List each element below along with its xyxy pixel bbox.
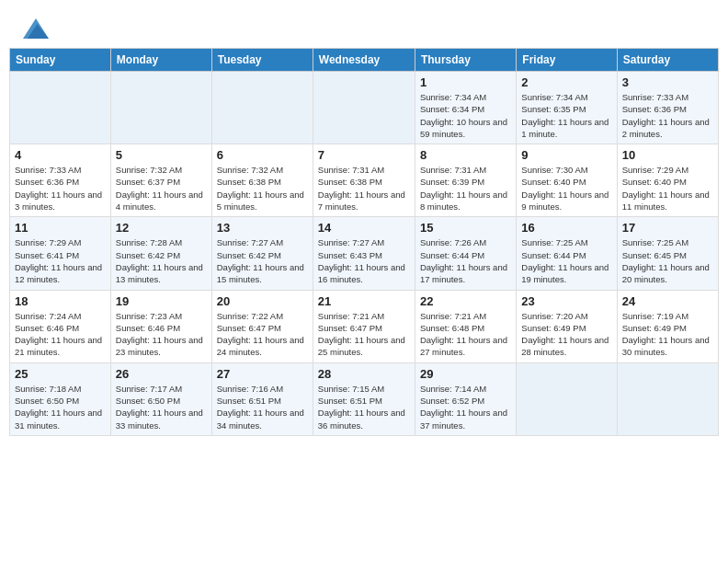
calendar-day-cell: 12Sunrise: 7:28 AMSunset: 6:42 PMDayligh… bbox=[110, 217, 211, 290]
day-info: Sunrise: 7:32 AMSunset: 6:37 PMDaylight:… bbox=[116, 164, 207, 213]
calendar-day-cell: 3Sunrise: 7:33 AMSunset: 6:36 PMDaylight… bbox=[617, 72, 718, 144]
day-info: Sunrise: 7:19 AMSunset: 6:49 PMDaylight:… bbox=[622, 310, 713, 359]
logo-icon bbox=[23, 18, 49, 39]
day-number: 13 bbox=[217, 221, 308, 235]
day-number: 1 bbox=[420, 75, 511, 89]
calendar-day-cell bbox=[10, 72, 111, 144]
day-info: Sunrise: 7:21 AMSunset: 6:47 PMDaylight:… bbox=[318, 310, 410, 359]
day-number: 7 bbox=[318, 148, 410, 162]
calendar-day-cell: 14Sunrise: 7:27 AMSunset: 6:43 PMDayligh… bbox=[313, 217, 415, 290]
calendar-day-cell bbox=[517, 362, 617, 435]
day-info: Sunrise: 7:27 AMSunset: 6:42 PMDaylight:… bbox=[217, 236, 308, 285]
calendar-table: SundayMondayTuesdayWednesdayThursdayFrid… bbox=[9, 48, 719, 436]
calendar-day-cell: 29Sunrise: 7:14 AMSunset: 6:52 PMDayligh… bbox=[415, 362, 516, 435]
day-number: 10 bbox=[622, 148, 713, 162]
day-info: Sunrise: 7:27 AMSunset: 6:43 PMDaylight:… bbox=[318, 236, 410, 285]
day-number: 19 bbox=[116, 294, 207, 308]
calendar-day-cell: 26Sunrise: 7:17 AMSunset: 6:50 PMDayligh… bbox=[110, 362, 211, 435]
calendar-week-row: 4Sunrise: 7:33 AMSunset: 6:36 PMDaylight… bbox=[10, 144, 719, 217]
calendar-day-cell: 1Sunrise: 7:34 AMSunset: 6:34 PMDaylight… bbox=[415, 72, 516, 144]
day-number: 2 bbox=[521, 75, 611, 89]
day-number: 6 bbox=[217, 148, 308, 162]
calendar-day-cell: 22Sunrise: 7:21 AMSunset: 6:48 PMDayligh… bbox=[415, 290, 516, 362]
day-number: 25 bbox=[15, 367, 106, 381]
calendar-day-cell bbox=[211, 72, 313, 144]
day-info: Sunrise: 7:14 AMSunset: 6:52 PMDaylight:… bbox=[420, 383, 511, 431]
day-info: Sunrise: 7:32 AMSunset: 6:38 PMDaylight:… bbox=[217, 164, 308, 213]
weekday-header-tuesday: Tuesday bbox=[211, 49, 313, 72]
day-info: Sunrise: 7:15 AMSunset: 6:51 PMDaylight:… bbox=[318, 383, 410, 431]
day-number: 21 bbox=[318, 294, 410, 308]
weekday-header-thursday: Thursday bbox=[415, 49, 516, 72]
day-number: 16 bbox=[521, 221, 611, 235]
calendar-week-row: 11Sunrise: 7:29 AMSunset: 6:41 PMDayligh… bbox=[10, 217, 719, 290]
day-number: 18 bbox=[15, 294, 106, 308]
day-info: Sunrise: 7:22 AMSunset: 6:47 PMDaylight:… bbox=[217, 310, 308, 359]
calendar-day-cell: 11Sunrise: 7:29 AMSunset: 6:41 PMDayligh… bbox=[10, 217, 111, 290]
calendar-day-cell: 15Sunrise: 7:26 AMSunset: 6:44 PMDayligh… bbox=[415, 217, 516, 290]
calendar-day-cell: 27Sunrise: 7:16 AMSunset: 6:51 PMDayligh… bbox=[211, 362, 313, 435]
weekday-header-saturday: Saturday bbox=[617, 49, 718, 72]
calendar-day-cell bbox=[313, 72, 415, 144]
day-number: 15 bbox=[420, 221, 511, 235]
calendar-day-cell: 24Sunrise: 7:19 AMSunset: 6:49 PMDayligh… bbox=[617, 290, 718, 362]
calendar-day-cell: 10Sunrise: 7:29 AMSunset: 6:40 PMDayligh… bbox=[617, 144, 718, 217]
day-info: Sunrise: 7:31 AMSunset: 6:39 PMDaylight:… bbox=[420, 164, 511, 213]
calendar-day-cell: 21Sunrise: 7:21 AMSunset: 6:47 PMDayligh… bbox=[313, 290, 415, 362]
day-info: Sunrise: 7:30 AMSunset: 6:40 PMDaylight:… bbox=[521, 164, 611, 213]
day-info: Sunrise: 7:31 AMSunset: 6:38 PMDaylight:… bbox=[318, 164, 410, 213]
calendar-day-cell: 20Sunrise: 7:22 AMSunset: 6:47 PMDayligh… bbox=[211, 290, 313, 362]
calendar-day-cell: 8Sunrise: 7:31 AMSunset: 6:39 PMDaylight… bbox=[415, 144, 516, 217]
day-number: 12 bbox=[116, 221, 207, 235]
day-number: 28 bbox=[318, 367, 410, 381]
page-header bbox=[9, 9, 719, 43]
calendar-week-row: 25Sunrise: 7:18 AMSunset: 6:50 PMDayligh… bbox=[10, 362, 719, 435]
day-info: Sunrise: 7:24 AMSunset: 6:46 PMDaylight:… bbox=[15, 310, 106, 359]
day-info: Sunrise: 7:16 AMSunset: 6:51 PMDaylight:… bbox=[217, 383, 308, 431]
day-number: 17 bbox=[622, 221, 713, 235]
day-number: 23 bbox=[521, 294, 611, 308]
day-number: 26 bbox=[116, 367, 207, 381]
day-number: 14 bbox=[318, 221, 410, 235]
day-number: 22 bbox=[420, 294, 511, 308]
day-number: 5 bbox=[116, 148, 207, 162]
calendar-day-cell: 19Sunrise: 7:23 AMSunset: 6:46 PMDayligh… bbox=[110, 290, 211, 362]
day-info: Sunrise: 7:20 AMSunset: 6:49 PMDaylight:… bbox=[521, 310, 611, 359]
day-info: Sunrise: 7:33 AMSunset: 6:36 PMDaylight:… bbox=[622, 91, 713, 140]
day-info: Sunrise: 7:29 AMSunset: 6:41 PMDaylight:… bbox=[15, 236, 106, 285]
day-info: Sunrise: 7:28 AMSunset: 6:42 PMDaylight:… bbox=[116, 236, 207, 285]
calendar-day-cell: 18Sunrise: 7:24 AMSunset: 6:46 PMDayligh… bbox=[10, 290, 111, 362]
calendar-week-row: 1Sunrise: 7:34 AMSunset: 6:34 PMDaylight… bbox=[10, 72, 719, 144]
calendar-day-cell bbox=[110, 72, 211, 144]
weekday-header-monday: Monday bbox=[110, 49, 211, 72]
calendar-day-cell: 7Sunrise: 7:31 AMSunset: 6:38 PMDaylight… bbox=[313, 144, 415, 217]
calendar-week-row: 18Sunrise: 7:24 AMSunset: 6:46 PMDayligh… bbox=[10, 290, 719, 362]
weekday-header-sunday: Sunday bbox=[10, 49, 111, 72]
day-info: Sunrise: 7:21 AMSunset: 6:48 PMDaylight:… bbox=[420, 310, 511, 359]
day-number: 3 bbox=[622, 75, 713, 89]
calendar-day-cell: 17Sunrise: 7:25 AMSunset: 6:45 PMDayligh… bbox=[617, 217, 718, 290]
calendar-day-cell: 6Sunrise: 7:32 AMSunset: 6:38 PMDaylight… bbox=[211, 144, 313, 217]
weekday-header-row: SundayMondayTuesdayWednesdayThursdayFrid… bbox=[10, 49, 719, 72]
day-info: Sunrise: 7:26 AMSunset: 6:44 PMDaylight:… bbox=[420, 236, 511, 285]
calendar-day-cell: 4Sunrise: 7:33 AMSunset: 6:36 PMDaylight… bbox=[10, 144, 111, 217]
calendar-day-cell: 16Sunrise: 7:25 AMSunset: 6:44 PMDayligh… bbox=[517, 217, 617, 290]
calendar-day-cell: 13Sunrise: 7:27 AMSunset: 6:42 PMDayligh… bbox=[211, 217, 313, 290]
weekday-header-friday: Friday bbox=[517, 49, 617, 72]
day-number: 9 bbox=[521, 148, 611, 162]
logo bbox=[23, 18, 52, 39]
day-info: Sunrise: 7:17 AMSunset: 6:50 PMDaylight:… bbox=[116, 383, 207, 431]
day-info: Sunrise: 7:25 AMSunset: 6:44 PMDaylight:… bbox=[521, 236, 611, 285]
day-info: Sunrise: 7:29 AMSunset: 6:40 PMDaylight:… bbox=[622, 164, 713, 213]
day-info: Sunrise: 7:18 AMSunset: 6:50 PMDaylight:… bbox=[15, 383, 106, 431]
day-number: 29 bbox=[420, 367, 511, 381]
day-info: Sunrise: 7:25 AMSunset: 6:45 PMDaylight:… bbox=[622, 236, 713, 285]
day-info: Sunrise: 7:34 AMSunset: 6:35 PMDaylight:… bbox=[521, 91, 611, 140]
calendar-day-cell: 25Sunrise: 7:18 AMSunset: 6:50 PMDayligh… bbox=[10, 362, 111, 435]
calendar-day-cell: 23Sunrise: 7:20 AMSunset: 6:49 PMDayligh… bbox=[517, 290, 617, 362]
day-info: Sunrise: 7:33 AMSunset: 6:36 PMDaylight:… bbox=[15, 164, 106, 213]
calendar-day-cell bbox=[617, 362, 718, 435]
calendar-day-cell: 5Sunrise: 7:32 AMSunset: 6:37 PMDaylight… bbox=[110, 144, 211, 217]
calendar-day-cell: 9Sunrise: 7:30 AMSunset: 6:40 PMDaylight… bbox=[517, 144, 617, 217]
day-number: 24 bbox=[622, 294, 713, 308]
